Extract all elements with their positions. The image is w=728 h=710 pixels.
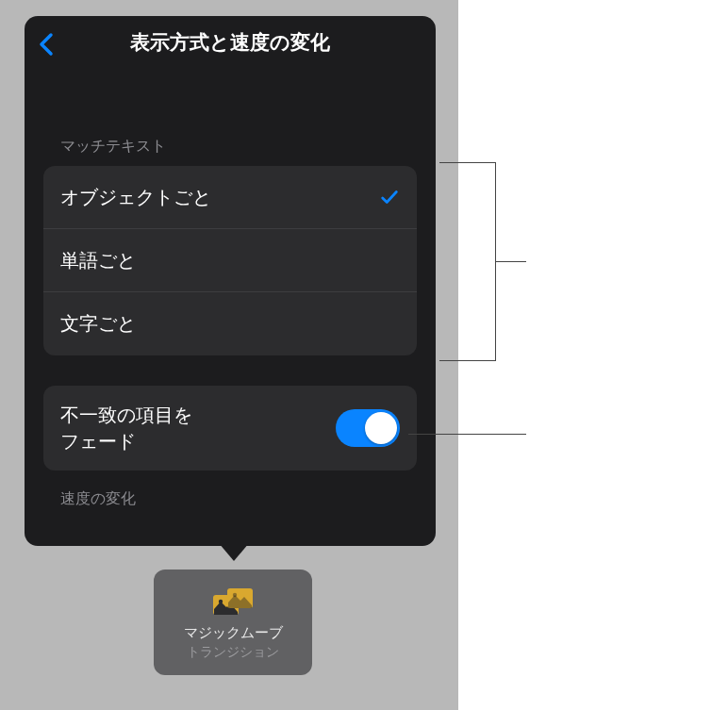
popover-content: マッチテキスト オブジェクトごと 単語ごと 文字ごと 不一致の項目を フェード <box>25 137 436 509</box>
transition-chip-subtitle: トランジション <box>187 644 279 661</box>
svg-point-1 <box>219 599 223 603</box>
match-text-list: オブジェクトごと 単語ごと 文字ごと <box>43 166 417 355</box>
section-header-acceleration: 速度の変化 <box>43 489 417 509</box>
transition-chip-title: マジックムーブ <box>184 624 283 642</box>
transition-chip[interactable]: マジックムーブ トランジション <box>154 570 312 675</box>
option-label: オブジェクトごと <box>60 185 379 210</box>
magic-move-icon <box>209 585 256 619</box>
chevron-left-icon <box>38 31 55 58</box>
option-label: 文字ごと <box>60 311 400 337</box>
match-text-option-by-word[interactable]: 単語ごと <box>43 229 417 292</box>
callout-line <box>439 162 496 163</box>
match-text-option-by-object[interactable]: オブジェクトごと <box>43 166 417 229</box>
popover-arrow <box>219 543 249 561</box>
fade-unmatched-row: 不一致の項目を フェード <box>43 386 417 471</box>
match-text-option-by-character[interactable]: 文字ごと <box>43 292 417 355</box>
fade-toggle-group: 不一致の項目を フェード <box>43 386 417 471</box>
callout-line <box>408 434 526 435</box>
fade-unmatched-label: 不一致の項目を フェード <box>60 402 336 454</box>
nav-bar: 表示方式と速度の変化 <box>25 16 436 69</box>
svg-point-3 <box>233 592 237 596</box>
callout-line <box>439 360 496 361</box>
toggle-knob <box>365 412 397 444</box>
fade-unmatched-toggle[interactable] <box>336 409 400 447</box>
option-label: 単語ごと <box>60 248 400 273</box>
nav-title: 表示方式と速度の変化 <box>130 29 330 56</box>
checkmark-icon <box>379 187 400 207</box>
options-popover: 表示方式と速度の変化 マッチテキスト オブジェクトごと 単語ごと 文字ごと 不一… <box>25 16 436 546</box>
callout-line <box>495 261 526 262</box>
back-button[interactable] <box>38 31 60 58</box>
section-header-match-text: マッチテキスト <box>43 137 417 157</box>
